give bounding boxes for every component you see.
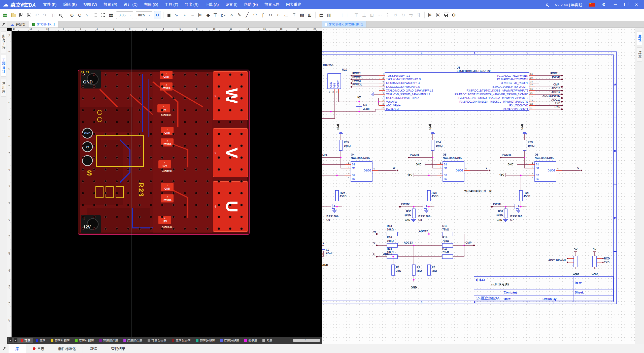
sidebar-tab-common-library[interactable]: 常用库 [1, 79, 6, 97]
schematic-canvas[interactable]: 334455ABCGR7350U10GND1VIN2VOUT35VC42.2uF… [322, 28, 635, 344]
place-no-connect-button[interactable]: × [228, 11, 235, 19]
mcu-u1[interactable]: U1STC8H1K08-38I-TSSOP201T2/SS/PWM2P/P1.2… [351, 66, 563, 112]
draw-rect-button[interactable]: ▭ [283, 11, 290, 19]
place-symbol-button[interactable]: ▷▾ [220, 11, 227, 19]
smd-pad-2[interactable]: 412V [157, 104, 170, 112]
round-pad-5V[interactable]: 5V [82, 142, 92, 152]
layer-chip-7[interactable]: 底层锡膏层 [170, 338, 193, 343]
place-bus-button[interactable]: ≡ [189, 11, 196, 19]
place-image-button[interactable]: ▧ [298, 11, 306, 19]
loop-select-button[interactable]: ↺ [154, 11, 161, 19]
tab-pcb-document[interactable]: STC8H1K_1 [29, 21, 59, 27]
sidebar-pin[interactable] [0, 21, 7, 27]
layer-chip-3[interactable]: 底层丝印层 [73, 338, 96, 343]
sidebar-tab-all-projects[interactable]: 所有工程 [1, 31, 6, 53]
search-icon[interactable] [546, 4, 548, 6]
layer-scroll-left[interactable]: ◀ [8, 338, 13, 343]
phase-pad-W[interactable]: W6 [213, 72, 248, 120]
align-right-button[interactable]: ⊢ [345, 11, 352, 19]
rotate-cw-button[interactable]: ↻ [399, 11, 407, 19]
layer-chip-4[interactable]: 顶层阻焊层 [97, 338, 120, 343]
grid-size-select[interactable]: 0.05▾ [116, 11, 133, 19]
place-component-button[interactable]: ▣ [165, 11, 173, 19]
place-power-flag-button[interactable]: ⊤▾ [212, 11, 220, 19]
tab-schematic-document[interactable]: STC8H1K.STC8H1K_1 [322, 21, 366, 27]
bottom-tab-drc[interactable]: DRC [83, 344, 104, 353]
undo-button[interactable]: ↶ [33, 11, 41, 19]
app-settings-gear-icon[interactable]: ⚙ [601, 2, 606, 7]
header-left[interactable]: 5VADC11/PWM7GND [548, 248, 579, 275]
rotate-ccw-button[interactable]: ↺ [392, 11, 399, 19]
maximize-button[interactable] [624, 3, 627, 6]
place-wire-button[interactable]: ∿▾ [173, 11, 181, 19]
grid-setting-button[interactable]: ▦ [107, 11, 115, 19]
phase-pad-U[interactable]: U6 [213, 182, 248, 231]
divider-network[interactable]: WR1310kΩR1575kΩADC12VR1610kΩR1475kΩADC13… [373, 224, 475, 289]
layer-chip-0[interactable]: 顶层 [18, 338, 33, 343]
menu-item-10[interactable]: 帮助 (H) [241, 0, 261, 9]
flip-vertical-button[interactable]: ⇅ [415, 11, 422, 19]
menu-item-3[interactable]: 放置 (P) [100, 0, 120, 9]
reuse-block-button[interactable]: ▤ [318, 11, 325, 19]
bottom-pushpin-icon[interactable] [2, 346, 6, 351]
smd-pad-7[interactable]: $1N4995 [162, 170, 173, 172]
symbol-wizard-button[interactable]: ▥ [325, 11, 333, 19]
place-net-port-button[interactable]: ◆ [205, 11, 212, 19]
save-as-button[interactable] [25, 11, 33, 19]
order-cart-button[interactable] [442, 11, 450, 19]
regulator-u10[interactable]: GR7350U10GND1VIN2VOUT35VC42.2uF [322, 64, 379, 119]
draw-line-button[interactable]: ╱ [244, 11, 251, 19]
layer-chip-11[interactable]: 多层 [260, 338, 275, 343]
place-text-button[interactable]: T [290, 11, 298, 19]
draw-freehand-button[interactable]: ✎ [236, 11, 243, 19]
h-scrollbar[interactable] [293, 339, 320, 342]
menu-item-9[interactable]: 设置 (I) [222, 0, 241, 9]
pcb-canvas[interactable]: W6V6U61GND112VGND5V2A2AR23S1GND2PWM3L412… [12, 31, 322, 337]
tab-start-page[interactable]: ☁ 开始页 [7, 21, 29, 27]
zoom-out-button[interactable]: ⊖ [76, 11, 83, 19]
draw-ellipse-button[interactable]: ○ [267, 11, 274, 19]
layer-chip-9[interactable]: 底层装配层 [218, 338, 241, 343]
bottom-tab-library[interactable]: 库 [9, 344, 26, 353]
sidebar-tab-properties[interactable]: 属性 [637, 31, 642, 45]
zoom-in-button[interactable]: ⊕ [68, 11, 76, 19]
minimize-button[interactable]: ─ [613, 2, 618, 7]
bottom-tab-standardization[interactable]: 器件标准化 [51, 344, 83, 353]
sidebar-tab-filter[interactable]: 过滤 [637, 47, 642, 62]
driver-Q5[interactable]: GNDR3410kΩPWM2LQ5NCE30D2519KS1G1S2G2D1/D… [399, 124, 490, 221]
driver-Q6[interactable]: GNDR3310kΩPWM1LQ6NCE30D2519KS1G1S2G2D1/D… [491, 124, 582, 221]
layer-chip-10[interactable]: 板框层 [242, 338, 259, 343]
layer-scroll-right[interactable]: ▶ [13, 338, 18, 343]
menu-item-7[interactable]: 导出 (R) [181, 0, 202, 9]
layer-chip-8[interactable]: 顶层装配层 [194, 338, 217, 343]
menu-item-5[interactable]: 布局 (O) [141, 0, 161, 9]
tool-settings-button[interactable]: ⚙ [450, 11, 457, 19]
bottom-tab-search-results[interactable]: 查找结果 [104, 344, 132, 353]
layer-chip-2[interactable]: 顶层丝印层 [49, 338, 72, 343]
smd-pad-3[interactable]: $1N3815 [161, 114, 172, 116]
zoom-fit-button[interactable]: ↔ [84, 11, 91, 19]
place-pin-button[interactable]: ∘ [181, 11, 188, 19]
layer-chip-6[interactable]: 顶层锡膏层 [145, 338, 169, 343]
smd-pad-9[interactable]: 2PWM1L [161, 194, 174, 202]
open-folder-button[interactable] [10, 11, 17, 19]
place-net-label-button[interactable]: N [197, 11, 204, 19]
align-top-button[interactable]: ⊤ [353, 11, 360, 19]
sidebar-tab-project-design[interactable]: 工程设计 [1, 55, 6, 77]
zoom-region-button[interactable] [92, 11, 99, 19]
redo-button[interactable]: ↷ [41, 11, 48, 19]
find-component-button[interactable] [57, 11, 64, 19]
align-bottom-button[interactable]: ⊥ [360, 11, 368, 19]
bottom-tab-log[interactable]: 日志 [26, 344, 51, 353]
smd-pad-8[interactable]: 1GND [161, 183, 174, 191]
menu-item-0[interactable]: 文件 (F) [40, 0, 60, 9]
menu-item-4[interactable]: 设计 (D) [120, 0, 141, 9]
draw-arc-button[interactable]: ◠ [251, 11, 259, 19]
align-grid-button[interactable]: ⊞ [368, 11, 376, 19]
flip-horizontal-button[interactable]: ⇆ [407, 11, 415, 19]
menu-item-12[interactable]: 网表重建 [283, 0, 304, 9]
menu-item-8[interactable]: 下单 (A) [202, 0, 222, 9]
draw-bezier-button[interactable]: ʃ [259, 11, 266, 19]
layer-chip-1[interactable]: 底层 [33, 338, 48, 343]
zoom-selection-button[interactable] [99, 11, 107, 19]
